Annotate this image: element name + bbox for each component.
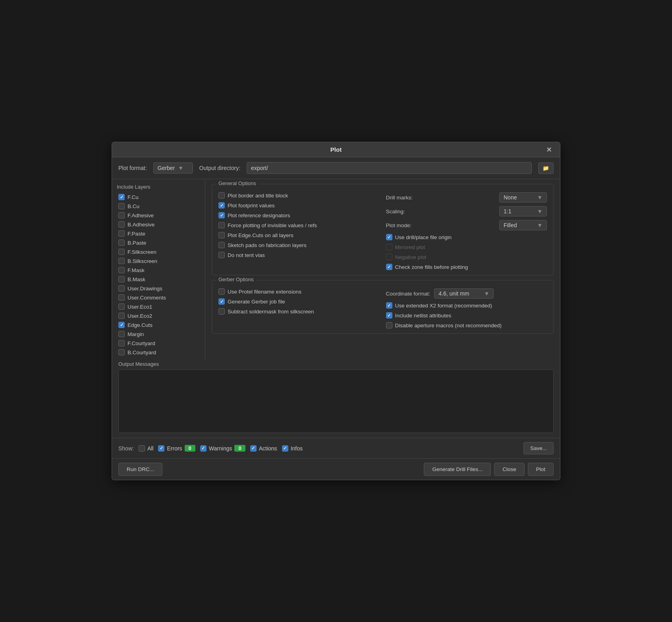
filter-warnings: Warnings 0 (200, 445, 245, 452)
opt-mirrored-plot-label: Mirrored plot (395, 244, 425, 250)
cb-layer-f-cu[interactable] (118, 194, 125, 200)
cb-use-drill-origin[interactable] (386, 234, 392, 240)
layer-label-b-courtyard: B.Courtyard (127, 350, 156, 355)
layer-label-user-eco1: User.Eco1 (127, 304, 152, 310)
cb-disable-aperture[interactable] (386, 322, 392, 328)
opt-generate-gerber-job: Generate Gerber job file (218, 298, 380, 305)
output-directory-input[interactable] (247, 162, 532, 174)
cb-show-errors[interactable] (158, 445, 164, 452)
cb-generate-gerber-job[interactable] (218, 298, 225, 305)
layer-item: B.Paste (117, 239, 200, 247)
cb-show-infos[interactable] (282, 445, 288, 452)
save-button[interactable]: Save... (523, 442, 554, 454)
show-errors-label: Errors (167, 445, 182, 452)
run-drc-button[interactable]: Run DRC... (118, 463, 162, 476)
cb-use-extended-x2[interactable] (386, 302, 392, 309)
cb-layer-user-eco1[interactable] (118, 303, 125, 310)
cb-layer-b-mask[interactable] (118, 276, 125, 282)
output-messages-box (118, 369, 554, 433)
cb-layer-margin[interactable] (118, 331, 125, 337)
drill-marks-arrow: ▼ (537, 194, 543, 201)
cb-layer-f-silkscreen[interactable] (118, 249, 125, 255)
opt-negative-plot: Negative plot (386, 254, 547, 260)
opt-sketch-pads: Sketch pads on fabrication layers (218, 242, 380, 248)
layer-label-b-paste: B.Paste (127, 240, 146, 246)
cb-show-all[interactable] (139, 445, 145, 452)
drill-marks-dropdown[interactable]: None ▼ (499, 192, 547, 203)
right-panel: General Options Plot border and title bl… (205, 179, 560, 361)
cb-layer-b-cu[interactable] (118, 203, 125, 209)
layer-label-f-silkscreen: F.Silkscreen (127, 249, 156, 255)
opt-plot-border: Plot border and title block (218, 192, 380, 199)
close-icon[interactable]: ✕ (544, 145, 554, 155)
plot-button[interactable]: Plot (528, 463, 554, 476)
opt-use-drill-origin-label: Use drill/place file origin (395, 234, 452, 240)
plot-mode-dropdown[interactable]: Filled ▼ (499, 220, 547, 230)
layer-item: B.Courtyard (117, 348, 200, 356)
layer-item: F.Adhesive (117, 211, 200, 219)
format-label: Plot format: (118, 165, 147, 171)
title-bar: Plot ✕ (112, 142, 560, 157)
general-options-title: General Options (216, 180, 259, 186)
cb-plot-border[interactable] (218, 192, 225, 199)
cb-layer-f-courtyard[interactable] (118, 340, 125, 346)
layer-label-b-adhesive: B.Adhesive (127, 222, 154, 228)
cb-check-zone-fills[interactable] (386, 264, 392, 270)
layer-label-f-paste: F.Paste (127, 231, 145, 237)
generate-drill-files-button[interactable]: Generate Drill Files... (424, 463, 491, 476)
layer-item: User.Eco1 (117, 303, 200, 311)
cb-layer-b-courtyard[interactable] (118, 349, 125, 355)
cb-layer-user-drawings[interactable] (118, 285, 125, 292)
coordinate-format-label: Coordinate format: (386, 291, 431, 297)
opt-subtract-soldermask-label: Subtract soldermask from silkscreen (228, 309, 314, 315)
plot-mode-row: Plot mode: Filled ▼ (386, 220, 547, 230)
scaling-dropdown[interactable]: 1:1 ▼ (499, 206, 547, 216)
filter-infos: Infos (282, 445, 303, 452)
cb-layer-f-adhesive[interactable] (118, 212, 125, 218)
cb-show-warnings[interactable] (200, 445, 207, 452)
layer-item: B.Cu (117, 202, 200, 210)
cb-mirrored-plot[interactable] (386, 244, 392, 250)
cb-layer-f-paste[interactable] (118, 230, 125, 237)
cb-include-netlist[interactable] (386, 312, 392, 319)
cb-show-actions[interactable] (250, 445, 257, 452)
cb-plot-footprint-values[interactable] (218, 202, 225, 209)
plot-mode-label: Plot mode: (386, 222, 412, 228)
gerber-options-grid: Use Protel filename extensions Generate … (218, 287, 547, 328)
cb-use-protel[interactable] (218, 288, 225, 295)
cb-layer-b-adhesive[interactable] (118, 221, 125, 228)
opt-plot-footprint-values: Plot footprint values (218, 202, 380, 209)
cb-plot-edge-cuts[interactable] (218, 232, 225, 238)
layer-label-f-cu: F.Cu (127, 194, 139, 200)
general-options-group: General Options Plot border and title bl… (212, 184, 554, 275)
cb-layer-b-paste[interactable] (118, 240, 125, 246)
layer-list: F.CuB.CuF.AdhesiveB.AdhesiveF.PasteB.Pas… (117, 193, 200, 356)
opt-negative-plot-label: Negative plot (395, 254, 427, 260)
cb-do-not-tent-vias[interactable] (218, 252, 225, 258)
layer-item: Margin (117, 330, 200, 338)
drill-marks-value: None (504, 194, 517, 201)
cb-plot-ref-designators[interactable] (218, 212, 225, 218)
cb-layer-user-comments[interactable] (118, 294, 125, 301)
plot-format-select[interactable]: Gerber ▼ (153, 162, 193, 174)
show-actions-label: Actions (259, 445, 277, 452)
output-dir-label: Output directory: (199, 165, 241, 171)
cb-layer-user-eco2[interactable] (118, 313, 125, 319)
close-button[interactable]: Close (494, 463, 525, 476)
opt-disable-aperture: Disable aperture macros (not recommended… (386, 322, 547, 328)
cb-negative-plot[interactable] (386, 254, 392, 260)
cb-subtract-soldermask[interactable] (218, 308, 225, 315)
coordinate-format-dropdown[interactable]: 4.6, unit mm ▼ (434, 288, 494, 299)
cb-sketch-pads[interactable] (218, 242, 225, 248)
show-warnings-label: Warnings (209, 445, 232, 452)
layer-label-user-eco2: User.Eco2 (127, 313, 152, 319)
layer-item: F.Paste (117, 230, 200, 238)
cb-layer-f-mask[interactable] (118, 267, 125, 273)
scaling-value: 1:1 (504, 208, 511, 214)
cb-layer-edge-cuts[interactable] (118, 322, 125, 328)
folder-browse-button[interactable]: 📁 (538, 162, 554, 174)
opt-plot-footprint-values-label: Plot footprint values (228, 203, 275, 209)
layer-item: F.Cu (117, 193, 200, 201)
cb-force-plotting-invisible[interactable] (218, 222, 225, 228)
cb-layer-b-silkscreen[interactable] (118, 258, 125, 264)
